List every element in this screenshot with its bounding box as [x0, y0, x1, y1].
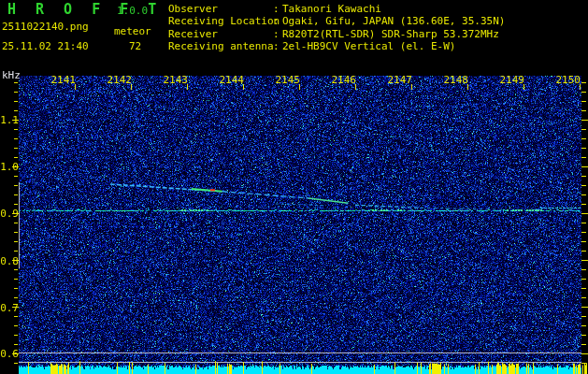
x-tick-label: 2144	[218, 74, 244, 86]
echo-count: 72	[129, 41, 141, 51]
x-tick-label: 2142	[106, 74, 132, 86]
observation-datetime: 25.11.02 21:40	[2, 41, 89, 51]
x-tick-label: 2141	[50, 74, 76, 86]
info-label: Receiving Location	[168, 15, 273, 27]
y-tick-label: 0.6	[0, 348, 19, 360]
info-label: Receiving antenna	[168, 40, 273, 52]
app-version: 1.0.0	[117, 6, 148, 16]
output-filename: 2511022140.png	[2, 22, 89, 32]
y-tick-label: 1.1	[0, 114, 19, 126]
y-tick-label: 1.0	[0, 161, 19, 173]
info-separator: :	[273, 28, 282, 40]
info-row-antenna: Receiving antenna:2el-HB9CV Vertical (el…	[168, 40, 505, 52]
info-label: Observer	[168, 3, 273, 15]
y-axis-unit-label: kHz	[2, 70, 21, 80]
spectrogram-canvas	[0, 0, 588, 374]
x-tick-label: 2143	[162, 74, 188, 86]
info-value: 2el-HB9CV Vertical (el. E-W)	[282, 40, 455, 52]
y-tick-label: 0.9	[0, 208, 19, 220]
x-tick-label: 2148	[442, 74, 468, 86]
info-separator: :	[273, 40, 282, 52]
info-separator: :	[273, 3, 282, 15]
y-tick-label: 0.7	[0, 302, 19, 314]
x-tick-label: 2147	[386, 74, 412, 86]
station-info: Observer:Takanori Kawachi Receiving Loca…	[168, 3, 505, 53]
info-row-receiver: Receiver:R820T2(RTL-SDR) SDR-Sharp 53.37…	[168, 28, 505, 40]
info-value: Ogaki, Gifu, JAPAN (136.60E, 35.35N)	[282, 15, 505, 27]
x-tick-label: 2145	[274, 74, 300, 86]
x-tick-label: 2146	[330, 74, 356, 86]
observation-mode: meteor	[114, 26, 151, 36]
info-row-observer: Observer:Takanori Kawachi	[168, 3, 505, 15]
y-tick-label: 0.8	[0, 255, 19, 267]
info-label: Receiver	[168, 28, 273, 40]
info-separator: :	[273, 15, 282, 27]
hrofft-output-image: H R O F F T 1.0.0 2511022140.png meteor …	[0, 0, 588, 374]
info-row-location: Receiving Location:Ogaki, Gifu, JAPAN (1…	[168, 15, 505, 27]
info-value: Takanori Kawachi	[282, 3, 381, 15]
x-tick-label: 2149	[498, 74, 524, 86]
info-value: R820T2(RTL-SDR) SDR-Sharp 53.372MHz	[282, 28, 499, 40]
x-tick-label: 2150	[554, 74, 581, 86]
